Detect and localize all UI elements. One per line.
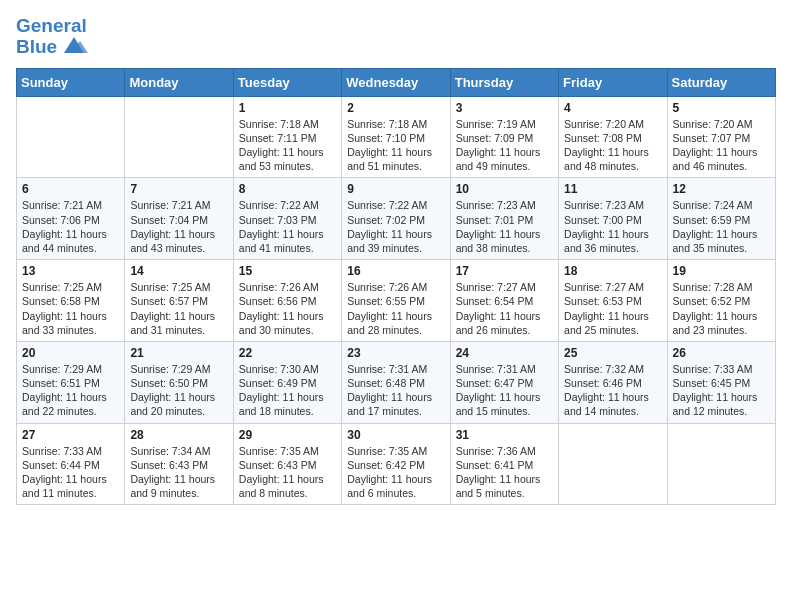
- day-number: 20: [22, 346, 119, 360]
- day-info: Sunrise: 7:30 AMSunset: 6:49 PMDaylight:…: [239, 362, 336, 419]
- day-number: 23: [347, 346, 444, 360]
- day-number: 29: [239, 428, 336, 442]
- day-number: 7: [130, 182, 227, 196]
- day-info: Sunrise: 7:24 AMSunset: 6:59 PMDaylight:…: [673, 198, 770, 255]
- day-number: 1: [239, 101, 336, 115]
- day-number: 19: [673, 264, 770, 278]
- day-info: Sunrise: 7:18 AMSunset: 7:11 PMDaylight:…: [239, 117, 336, 174]
- day-number: 22: [239, 346, 336, 360]
- day-info: Sunrise: 7:36 AMSunset: 6:41 PMDaylight:…: [456, 444, 553, 501]
- day-info: Sunrise: 7:20 AMSunset: 7:08 PMDaylight:…: [564, 117, 661, 174]
- col-header-thursday: Thursday: [450, 68, 558, 96]
- day-info: Sunrise: 7:28 AMSunset: 6:52 PMDaylight:…: [673, 280, 770, 337]
- calendar-cell: 13Sunrise: 7:25 AMSunset: 6:58 PMDayligh…: [17, 260, 125, 342]
- day-number: 16: [347, 264, 444, 278]
- day-info: Sunrise: 7:33 AMSunset: 6:44 PMDaylight:…: [22, 444, 119, 501]
- day-number: 30: [347, 428, 444, 442]
- calendar-cell: 11Sunrise: 7:23 AMSunset: 7:00 PMDayligh…: [559, 178, 667, 260]
- day-info: Sunrise: 7:25 AMSunset: 6:58 PMDaylight:…: [22, 280, 119, 337]
- day-info: Sunrise: 7:23 AMSunset: 7:00 PMDaylight:…: [564, 198, 661, 255]
- calendar-cell: 31Sunrise: 7:36 AMSunset: 6:41 PMDayligh…: [450, 423, 558, 505]
- calendar-cell: 14Sunrise: 7:25 AMSunset: 6:57 PMDayligh…: [125, 260, 233, 342]
- calendar-cell: 28Sunrise: 7:34 AMSunset: 6:43 PMDayligh…: [125, 423, 233, 505]
- day-info: Sunrise: 7:29 AMSunset: 6:51 PMDaylight:…: [22, 362, 119, 419]
- calendar-week-1: 1Sunrise: 7:18 AMSunset: 7:11 PMDaylight…: [17, 96, 776, 178]
- calendar-cell: 15Sunrise: 7:26 AMSunset: 6:56 PMDayligh…: [233, 260, 341, 342]
- day-info: Sunrise: 7:21 AMSunset: 7:04 PMDaylight:…: [130, 198, 227, 255]
- day-info: Sunrise: 7:21 AMSunset: 7:06 PMDaylight:…: [22, 198, 119, 255]
- day-info: Sunrise: 7:35 AMSunset: 6:42 PMDaylight:…: [347, 444, 444, 501]
- day-info: Sunrise: 7:25 AMSunset: 6:57 PMDaylight:…: [130, 280, 227, 337]
- calendar-cell: 2Sunrise: 7:18 AMSunset: 7:10 PMDaylight…: [342, 96, 450, 178]
- day-info: Sunrise: 7:29 AMSunset: 6:50 PMDaylight:…: [130, 362, 227, 419]
- col-header-tuesday: Tuesday: [233, 68, 341, 96]
- col-header-sunday: Sunday: [17, 68, 125, 96]
- calendar-cell: 26Sunrise: 7:33 AMSunset: 6:45 PMDayligh…: [667, 341, 775, 423]
- day-number: 25: [564, 346, 661, 360]
- calendar-cell: 10Sunrise: 7:23 AMSunset: 7:01 PMDayligh…: [450, 178, 558, 260]
- day-info: Sunrise: 7:27 AMSunset: 6:54 PMDaylight:…: [456, 280, 553, 337]
- day-info: Sunrise: 7:32 AMSunset: 6:46 PMDaylight:…: [564, 362, 661, 419]
- calendar-cell: 21Sunrise: 7:29 AMSunset: 6:50 PMDayligh…: [125, 341, 233, 423]
- calendar-cell: 20Sunrise: 7:29 AMSunset: 6:51 PMDayligh…: [17, 341, 125, 423]
- calendar-cell: 8Sunrise: 7:22 AMSunset: 7:03 PMDaylight…: [233, 178, 341, 260]
- day-number: 28: [130, 428, 227, 442]
- calendar-cell: 12Sunrise: 7:24 AMSunset: 6:59 PMDayligh…: [667, 178, 775, 260]
- day-number: 9: [347, 182, 444, 196]
- calendar-cell: [17, 96, 125, 178]
- day-info: Sunrise: 7:27 AMSunset: 6:53 PMDaylight:…: [564, 280, 661, 337]
- calendar-cell: 9Sunrise: 7:22 AMSunset: 7:02 PMDaylight…: [342, 178, 450, 260]
- day-number: 17: [456, 264, 553, 278]
- day-number: 6: [22, 182, 119, 196]
- day-number: 5: [673, 101, 770, 115]
- day-number: 3: [456, 101, 553, 115]
- calendar-cell: [125, 96, 233, 178]
- calendar-cell: 22Sunrise: 7:30 AMSunset: 6:49 PMDayligh…: [233, 341, 341, 423]
- calendar-cell: 7Sunrise: 7:21 AMSunset: 7:04 PMDaylight…: [125, 178, 233, 260]
- logo: General Blue: [16, 16, 88, 58]
- calendar-cell: 24Sunrise: 7:31 AMSunset: 6:47 PMDayligh…: [450, 341, 558, 423]
- calendar-cell: 17Sunrise: 7:27 AMSunset: 6:54 PMDayligh…: [450, 260, 558, 342]
- day-info: Sunrise: 7:31 AMSunset: 6:48 PMDaylight:…: [347, 362, 444, 419]
- day-info: Sunrise: 7:19 AMSunset: 7:09 PMDaylight:…: [456, 117, 553, 174]
- day-number: 8: [239, 182, 336, 196]
- day-info: Sunrise: 7:33 AMSunset: 6:45 PMDaylight:…: [673, 362, 770, 419]
- day-info: Sunrise: 7:22 AMSunset: 7:02 PMDaylight:…: [347, 198, 444, 255]
- col-header-monday: Monday: [125, 68, 233, 96]
- calendar-week-4: 20Sunrise: 7:29 AMSunset: 6:51 PMDayligh…: [17, 341, 776, 423]
- calendar-cell: 3Sunrise: 7:19 AMSunset: 7:09 PMDaylight…: [450, 96, 558, 178]
- logo-blue: Blue: [16, 37, 88, 58]
- day-number: 31: [456, 428, 553, 442]
- calendar-cell: 5Sunrise: 7:20 AMSunset: 7:07 PMDaylight…: [667, 96, 775, 178]
- calendar-cell: 1Sunrise: 7:18 AMSunset: 7:11 PMDaylight…: [233, 96, 341, 178]
- day-number: 4: [564, 101, 661, 115]
- logo-general: General: [16, 16, 88, 37]
- calendar-cell: 19Sunrise: 7:28 AMSunset: 6:52 PMDayligh…: [667, 260, 775, 342]
- col-header-saturday: Saturday: [667, 68, 775, 96]
- day-number: 18: [564, 264, 661, 278]
- logo-icon: [60, 35, 88, 57]
- calendar-cell: 23Sunrise: 7:31 AMSunset: 6:48 PMDayligh…: [342, 341, 450, 423]
- calendar-header-row: SundayMondayTuesdayWednesdayThursdayFrid…: [17, 68, 776, 96]
- calendar-cell: 27Sunrise: 7:33 AMSunset: 6:44 PMDayligh…: [17, 423, 125, 505]
- day-info: Sunrise: 7:20 AMSunset: 7:07 PMDaylight:…: [673, 117, 770, 174]
- day-info: Sunrise: 7:26 AMSunset: 6:55 PMDaylight:…: [347, 280, 444, 337]
- calendar-cell: 30Sunrise: 7:35 AMSunset: 6:42 PMDayligh…: [342, 423, 450, 505]
- day-number: 21: [130, 346, 227, 360]
- day-number: 13: [22, 264, 119, 278]
- day-number: 11: [564, 182, 661, 196]
- col-header-friday: Friday: [559, 68, 667, 96]
- calendar-cell: 6Sunrise: 7:21 AMSunset: 7:06 PMDaylight…: [17, 178, 125, 260]
- day-info: Sunrise: 7:31 AMSunset: 6:47 PMDaylight:…: [456, 362, 553, 419]
- calendar-week-5: 27Sunrise: 7:33 AMSunset: 6:44 PMDayligh…: [17, 423, 776, 505]
- page: General Blue SundayMondayTuesdayWednesda…: [0, 0, 792, 521]
- day-number: 2: [347, 101, 444, 115]
- day-number: 24: [456, 346, 553, 360]
- calendar-cell: 16Sunrise: 7:26 AMSunset: 6:55 PMDayligh…: [342, 260, 450, 342]
- calendar-cell: 29Sunrise: 7:35 AMSunset: 6:43 PMDayligh…: [233, 423, 341, 505]
- day-number: 10: [456, 182, 553, 196]
- day-number: 14: [130, 264, 227, 278]
- day-info: Sunrise: 7:35 AMSunset: 6:43 PMDaylight:…: [239, 444, 336, 501]
- calendar-cell: 18Sunrise: 7:27 AMSunset: 6:53 PMDayligh…: [559, 260, 667, 342]
- day-info: Sunrise: 7:23 AMSunset: 7:01 PMDaylight:…: [456, 198, 553, 255]
